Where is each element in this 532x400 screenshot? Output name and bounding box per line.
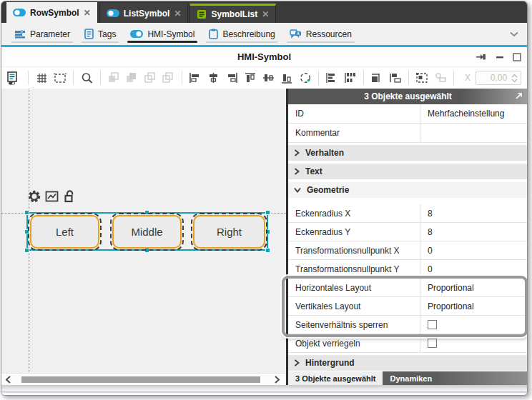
selection-handle[interactable] xyxy=(265,229,270,234)
popout-arrow-icon[interactable] xyxy=(515,91,523,100)
section-verhalten[interactable]: Verhalten xyxy=(288,144,528,161)
design-canvas[interactable]: Left Middle Right xyxy=(1,89,286,373)
property-row-seitenverhaeltnis-sperren: Seitenverhältnis sperren xyxy=(288,316,528,334)
align-center-icon[interactable] xyxy=(207,70,220,86)
selection-handle[interactable] xyxy=(24,229,29,234)
same-height-icon[interactable] xyxy=(388,70,402,86)
tab-ressourcen[interactable]: A Ressourcen xyxy=(282,23,359,45)
tab-listsymbol[interactable]: ListSymbol ✕ xyxy=(99,4,189,23)
hmi-button-middle[interactable]: Middle xyxy=(112,215,182,249)
property-label: Transformationsnullpunkt Y xyxy=(288,260,420,278)
scroll-right-icon[interactable] xyxy=(272,375,282,384)
close-icon[interactable]: ✕ xyxy=(262,9,269,19)
chevron-down-icon[interactable] xyxy=(510,31,518,37)
tab-hmi-symbol[interactable]: HMI-Symbol xyxy=(123,23,202,45)
group-icon[interactable] xyxy=(415,70,429,86)
unlock-icon[interactable] xyxy=(63,189,76,204)
zoom-icon[interactable] xyxy=(80,70,94,86)
send-back-icon-disabled[interactable] xyxy=(162,70,175,86)
grid-icon[interactable] xyxy=(35,70,49,86)
property-value[interactable]: Mehrfacheinstellung xyxy=(420,104,528,123)
property-value[interactable]: 0 xyxy=(420,260,528,278)
tab-label: Ressourcen xyxy=(306,29,352,39)
tab-parameter[interactable]: Parameter xyxy=(7,23,77,45)
maximize-icon[interactable] xyxy=(513,53,521,61)
minimize-icon[interactable] xyxy=(496,53,504,61)
align-left-icon[interactable] xyxy=(189,70,202,86)
property-row-transformationsnullpunkt-x: Transformationsnullpunkt X 0 xyxy=(288,241,528,260)
scrollbar-thumb[interactable] xyxy=(21,376,260,383)
send-backward-icon-disabled[interactable] xyxy=(144,70,157,86)
property-row-eckenradius-y: Eckenradius Y 8 xyxy=(288,223,528,241)
close-icon[interactable]: ✕ xyxy=(174,9,181,19)
tab-dynamiken[interactable]: Dynamiken xyxy=(383,371,439,386)
same-width-icon[interactable] xyxy=(370,70,384,86)
bring-forward-icon-disabled[interactable] xyxy=(107,70,120,86)
property-value[interactable]: 8 xyxy=(420,223,528,241)
x-coordinate-value: 0.00 xyxy=(479,73,511,83)
tab-objekte-ausgewaehlt[interactable]: 3 Objekte ausgewählt xyxy=(288,371,383,386)
lock-object-checkbox[interactable] xyxy=(428,339,437,348)
section-label: Hintergrund xyxy=(305,358,355,368)
selection-handle[interactable] xyxy=(265,248,270,253)
section-hintergrund[interactable]: Hintergrund xyxy=(288,354,528,371)
selection-handle[interactable] xyxy=(265,210,270,215)
section-text[interactable]: Text xyxy=(288,163,528,180)
hmi-button-left[interactable]: Left xyxy=(30,215,99,249)
tab-tags[interactable]: Tags xyxy=(77,23,123,45)
tab-label: SymbolList xyxy=(211,9,257,19)
ungroup-icon-disabled[interactable] xyxy=(433,70,447,86)
tab-rowsymbol[interactable]: RowSymbol ✕ xyxy=(6,2,98,23)
x-coordinate-label: X xyxy=(465,73,471,83)
property-row-transformationsnullpunkt-y: Transformationsnullpunkt Y 0 xyxy=(288,260,528,279)
property-value[interactable]: Proportional xyxy=(420,297,528,315)
tab-label: Dynamiken xyxy=(390,374,432,383)
toggle-icon xyxy=(13,9,26,16)
spinner-up-icon xyxy=(511,74,518,78)
section-label: Verhalten xyxy=(305,148,344,158)
property-label: Kommentar xyxy=(288,124,420,142)
section-label: Geometrie xyxy=(307,185,349,195)
align-middle-icon[interactable] xyxy=(262,70,275,86)
close-icon[interactable]: ✕ xyxy=(84,8,91,18)
properties-header: 3 Objekte ausgewählt xyxy=(288,89,528,104)
canvas-bounds-icon[interactable] xyxy=(53,70,66,86)
section-label: Text xyxy=(305,166,322,176)
distribute-vertical-icon[interactable] xyxy=(343,70,357,86)
window-bottom-accent xyxy=(1,391,527,393)
property-value[interactable]: 0 xyxy=(420,241,528,259)
dynamics-icon[interactable] xyxy=(45,189,59,204)
section-geometrie[interactable]: Geometrie xyxy=(288,181,528,199)
symbol-editor-icon[interactable] xyxy=(7,70,21,86)
align-right-icon[interactable] xyxy=(225,70,239,86)
selection-handle[interactable] xyxy=(24,210,29,215)
property-row-objekt-verriegeln: Objekt verriegeln xyxy=(288,334,528,353)
property-label: Eckenradius X xyxy=(288,204,420,222)
editor-window: RowSymbol ✕ ListSymbol ✕ SymbolList ✕ Pa… xyxy=(1,1,528,396)
gear-icon[interactable] xyxy=(27,189,41,204)
horizontal-scrollbar[interactable] xyxy=(1,373,286,385)
x-coordinate-input[interactable]: 0.00 xyxy=(476,71,521,85)
scroll-left-icon[interactable] xyxy=(3,375,13,384)
property-label: Horizontales Layout xyxy=(288,279,420,296)
property-value[interactable]: Proportional xyxy=(420,279,528,296)
aspect-ratio-checkbox[interactable] xyxy=(428,320,437,329)
align-bottom-icon[interactable] xyxy=(280,70,294,86)
selection-handle[interactable] xyxy=(144,248,149,253)
button-label: Left xyxy=(56,226,74,238)
selection-handle[interactable] xyxy=(144,210,149,215)
tab-symbollist[interactable]: SymbolList ✕ xyxy=(189,4,276,23)
bring-front-icon-disabled[interactable] xyxy=(125,70,139,86)
distribute-horizontal-icon[interactable] xyxy=(325,70,339,86)
tab-beschreibung[interactable]: Beschreibung xyxy=(202,23,282,45)
property-value[interactable]: 8 xyxy=(420,204,528,222)
properties-header-title: 3 Objekte ausgewählt xyxy=(364,91,452,101)
hmi-button-right[interactable]: Right xyxy=(193,215,265,249)
rotate-icon[interactable] xyxy=(298,70,312,86)
selection-handle[interactable] xyxy=(24,248,29,253)
resources-icon: A xyxy=(290,29,302,39)
property-row-horizontales-layout: Horizontales Layout Proportional xyxy=(288,279,528,297)
pin-icon[interactable] xyxy=(476,53,488,61)
align-top-icon[interactable] xyxy=(243,70,257,86)
property-value[interactable] xyxy=(420,124,528,142)
